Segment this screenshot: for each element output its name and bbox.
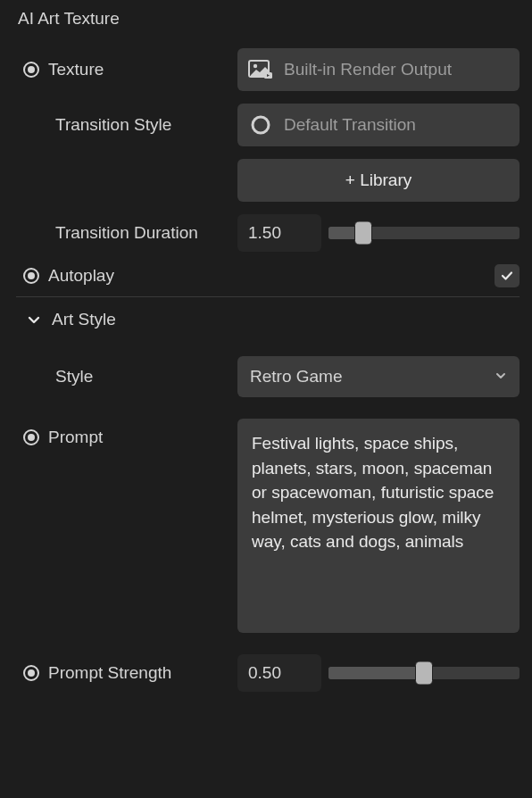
art-style-section-header[interactable]: Art Style (16, 310, 520, 329)
prompt-strength-radio[interactable] (23, 665, 39, 681)
prompt-row: Prompt Festival lights, space ships, pla… (16, 419, 520, 633)
chevron-down-icon (27, 312, 41, 327)
prompt-strength-value: 0.50 (248, 663, 281, 683)
texture-row: Texture Built-in Render Output (16, 48, 520, 91)
texture-label: Texture (48, 60, 104, 79)
prompt-textarea[interactable]: Festival lights, space ships, planets, s… (237, 419, 520, 633)
style-dropdown[interactable]: Retro Game (237, 356, 520, 397)
prompt-value: Festival lights, space ships, planets, s… (252, 434, 494, 551)
library-button-label: + Library (345, 170, 411, 190)
panel-title: AI Art Texture (16, 9, 520, 29)
transition-style-label: Transition Style (55, 115, 171, 135)
library-button[interactable]: + Library (237, 159, 520, 202)
transition-duration-slider[interactable] (328, 220, 520, 245)
transition-duration-value-box[interactable]: 1.50 (237, 214, 321, 252)
autoplay-row: Autoplay (16, 264, 520, 287)
transition-duration-row: Transition Duration 1.50 (16, 214, 520, 252)
style-row: Style Retro Game (16, 356, 520, 397)
ai-art-texture-panel: AI Art Texture Texture Built-in Render O… (0, 0, 532, 722)
divider (16, 296, 520, 297)
prompt-label: Prompt (48, 428, 103, 447)
autoplay-radio[interactable] (23, 268, 39, 284)
transition-style-field[interactable]: Default Transition (237, 104, 520, 146)
autoplay-checkbox[interactable] (495, 264, 520, 287)
prompt-strength-label: Prompt Strength (48, 663, 171, 683)
prompt-strength-slider[interactable] (328, 661, 520, 686)
check-icon (500, 269, 514, 283)
transition-duration-label: Transition Duration (55, 223, 198, 243)
texture-field[interactable]: Built-in Render Output (237, 48, 520, 91)
prompt-strength-value-box[interactable]: 0.50 (237, 654, 321, 692)
chevron-down-icon (495, 367, 507, 387)
library-row: + Library (16, 159, 520, 202)
prompt-strength-row: Prompt Strength 0.50 (16, 654, 520, 692)
art-style-section-title: Art Style (52, 310, 116, 329)
style-label: Style (55, 367, 93, 387)
transition-style-value: Default Transition (284, 115, 416, 135)
circle-icon (248, 112, 273, 137)
transition-style-row: Transition Style Default Transition (16, 104, 520, 146)
transition-duration-value: 1.50 (248, 223, 281, 243)
style-value: Retro Game (250, 367, 342, 387)
texture-value: Built-in Render Output (284, 60, 452, 79)
image-icon (248, 57, 273, 82)
texture-radio[interactable] (23, 62, 39, 78)
svg-point-1 (254, 64, 257, 68)
prompt-radio[interactable] (23, 429, 39, 445)
svg-point-4 (253, 117, 269, 133)
autoplay-label: Autoplay (48, 266, 114, 286)
